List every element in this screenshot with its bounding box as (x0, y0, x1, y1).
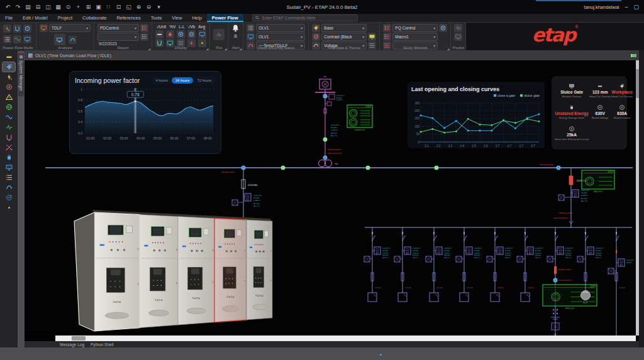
diagram-tab[interactable]: OLV1 (Time Domain Load Flow | IDLE) (25, 50, 639, 60)
single-phase-lf-icon[interactable] (13, 25, 21, 33)
pf-range-tab-24-hours[interactable]: 24 hours (172, 77, 194, 84)
arc-flash-mode-icon[interactable] (3, 92, 15, 102)
harmonic-mode-icon[interactable] (3, 112, 15, 122)
flow-result-icon[interactable] (166, 30, 174, 38)
select-edit-tool-icon[interactable] (3, 62, 15, 72)
ac-dc-lf-icon[interactable] (3, 35, 11, 43)
status-tab-python-shell[interactable]: Python Shell (91, 342, 114, 347)
display-toggle[interactable]: Avg (198, 25, 205, 29)
report-manager-icon[interactable] (3, 173, 15, 182)
redo-icon[interactable]: ↷ (14, 3, 22, 11)
short-circuit-mode-icon[interactable] (3, 82, 15, 92)
sld-feeder[interactable]: US340 (430, 227, 443, 302)
copy-report-icon[interactable] (140, 33, 148, 41)
time-domain-lf-icon[interactable] (23, 25, 31, 33)
dc-load-flow-mode-icon[interactable] (3, 153, 15, 162)
menu-item-view[interactable]: View (167, 14, 187, 22)
wizard-dropdown-1[interactable]: PQ Control▾ (392, 24, 438, 32)
sld-feeder[interactable]: US340 (491, 227, 504, 302)
sld-feeder[interactable]: US340 (614, 227, 625, 335)
horizontal-scrollbar[interactable] (55, 335, 636, 341)
oneline-canvas[interactable]: U1Lump B-2ID 0940.48 kVLump B-2ID 0940.4… (25, 60, 639, 335)
transient-stability-mode-icon[interactable] (3, 123, 15, 132)
pan-icon[interactable]: + (74, 3, 82, 11)
more-tools-icon[interactable] (3, 203, 15, 212)
predict-panel-icon[interactable] (454, 33, 462, 41)
display-toggle[interactable]: √Unit (157, 25, 166, 29)
report-dropdown[interactable]: PDControl▾ (97, 24, 139, 32)
print-icon[interactable]: ⊟ (34, 3, 42, 11)
command-search[interactable] (252, 14, 358, 21)
rev-data-icon[interactable] (312, 24, 320, 32)
study-case-icon[interactable] (40, 24, 48, 32)
menu-item-collaborate[interactable]: Collaborate (77, 14, 111, 22)
sld-feeder[interactable]: US340 (460, 227, 473, 302)
predict-trend-icon[interactable] (454, 24, 462, 32)
view-icon[interactable] (247, 33, 255, 41)
sld-feeder[interactable]: US340 (368, 227, 381, 302)
sld-feeder[interactable]: US340 (521, 227, 534, 302)
switchgear-cabinet[interactable]: TATA (214, 218, 247, 322)
display-options-icon[interactable] (198, 30, 206, 38)
switchgear-cabinet[interactable]: TATA (94, 212, 140, 331)
wizard-stack-icon[interactable] (383, 24, 391, 32)
run-study-icon[interactable] (69, 36, 77, 44)
study-case-dropdown[interactable]: TDLF▾ (49, 24, 91, 32)
calculator-icon[interactable] (54, 34, 65, 45)
menu-item-help[interactable]: Help (187, 14, 206, 22)
alert-muted-bell-icon[interactable] (233, 33, 238, 40)
overlay-icon[interactable]: ▣ (94, 3, 103, 11)
cable-pulling-mode-icon[interactable] (3, 143, 15, 152)
menu-item-power-flow[interactable]: Power Flow (207, 14, 243, 22)
zoom-in-icon[interactable]: ⊕ (135, 3, 143, 11)
status-tab-message-log[interactable]: Message Log (60, 342, 84, 347)
undo-icon[interactable]: ↶ (4, 3, 12, 11)
open-icon[interactable]: ◫ (44, 3, 52, 11)
calculator-icon[interactable]: ⊡ (114, 3, 123, 11)
pf-range-tab-4-hours[interactable]: 4 hours (152, 77, 172, 84)
find-icon[interactable]: ⊙ (64, 3, 72, 11)
voltage-drop-icon[interactable] (13, 35, 21, 43)
wizard-stack-icon[interactable] (383, 33, 391, 41)
unbalanced-lf-icon[interactable] (3, 25, 11, 33)
menu-item-references[interactable]: References (111, 14, 145, 22)
menu-item-edit-model[interactable]: Edit / Model (18, 14, 53, 22)
rainbow-theme-icon[interactable] (368, 33, 376, 41)
restore-button[interactable]: ▢ (633, 4, 639, 10)
alert-bell-icon[interactable] (231, 24, 240, 33)
relay-meter-box[interactable]: SWGR 03 (347, 105, 372, 131)
mw-mvar-icon[interactable] (155, 30, 164, 38)
advanced-monitoring-icon[interactable] (23, 35, 31, 43)
switchgear-cabinet[interactable]: TATA (140, 215, 178, 328)
color-wheel-icon[interactable] (312, 33, 320, 41)
minimize-button[interactable]: – (625, 4, 628, 10)
rev-data-dropdown[interactable]: Base▾ (321, 24, 367, 32)
display-toggle[interactable]: L-L (179, 25, 184, 29)
rubber-band-tool-icon[interactable] (3, 52, 15, 62)
panel-systems-mode-icon[interactable] (3, 163, 15, 172)
menu-item-file[interactable]: File (0, 14, 18, 22)
view-dropdown[interactable]: OLV1▾ (256, 33, 305, 41)
theme-dropdown[interactable]: Contrast (Black▾ (321, 33, 367, 41)
report-viewer-icon[interactable] (140, 24, 148, 32)
switchgear-3d-view[interactable]: TATATATATATATATATATA (74, 210, 272, 331)
display-toggle[interactable]: √Vb (188, 25, 196, 29)
load-flow-mode-icon[interactable] (3, 72, 15, 82)
zoom-out-icon[interactable]: ⊖ (145, 3, 153, 11)
fit-icon[interactable]: ◱ (125, 3, 133, 11)
presentation-icon[interactable] (247, 24, 255, 32)
display-toggle[interactable]: %V (169, 25, 175, 29)
import-icon[interactable]: ▦ (54, 3, 62, 11)
pin-icon[interactable]: ∷ (104, 3, 113, 11)
switchgear-cabinet[interactable]: TATA (247, 220, 272, 320)
wizard-target-icon[interactable] (439, 24, 447, 32)
motor-acceleration-mode-icon[interactable] (3, 102, 15, 112)
command-search-input[interactable] (261, 15, 355, 21)
menu-item-project[interactable]: Project (53, 14, 77, 22)
switchgear-cabinet[interactable]: TATA (178, 217, 214, 325)
report-format-dropdown[interactable]: ▾ (97, 33, 139, 41)
eye-display-icon[interactable] (187, 30, 196, 38)
sld-feeder[interactable]: US340 (398, 227, 411, 302)
frequency-scan-mode-icon[interactable] (3, 183, 15, 192)
save-icon[interactable]: ▤ (24, 3, 32, 11)
